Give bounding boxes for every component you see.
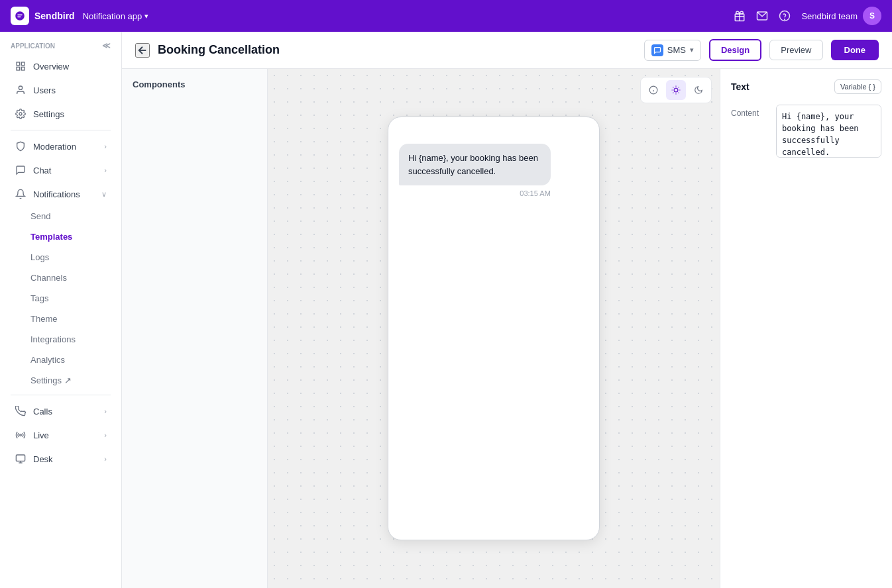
components-panel: Components (122, 69, 268, 588)
notifications-icon (15, 189, 27, 199)
chat-icon (15, 165, 27, 175)
settings-icon (15, 109, 27, 119)
sidebar-sub-tags[interactable]: Tags (4, 289, 117, 308)
sms-channel-icon (651, 44, 663, 56)
svg-point-11 (19, 113, 22, 115)
sms-message-bubble: Hi {name}, your booking has been success… (399, 144, 551, 185)
content-area: Booking Cancellation SMS ▾ Design Previe… (122, 32, 892, 588)
sidebar-item-live-label: Live (33, 430, 97, 440)
svg-rect-13 (16, 455, 25, 461)
sidebar-item-moderation-label: Moderation (33, 142, 97, 152)
svg-line-27 (673, 93, 673, 93)
channel-chevron-icon: ▾ (690, 46, 694, 54)
svg-rect-8 (21, 67, 25, 70)
svg-point-20 (674, 88, 678, 92)
sidebar-item-users-label: Users (33, 85, 107, 95)
sidebar-item-settings[interactable]: Settings (4, 103, 117, 125)
sub-header: Booking Cancellation SMS ▾ Design Previe… (122, 32, 892, 69)
svg-line-28 (679, 87, 679, 87)
notifications-chevron-icon: ∨ (101, 190, 107, 199)
calls-icon (15, 406, 27, 416)
sidebar-item-live[interactable]: Live › (4, 424, 117, 446)
page-title: Booking Cancellation (158, 43, 280, 57)
dark-mode-tool-button[interactable] (689, 80, 708, 100)
sidebar-sub-templates[interactable]: Templates (4, 227, 117, 246)
done-button[interactable]: Done (831, 40, 879, 60)
chat-chevron-icon: › (104, 166, 107, 174)
sidebar-item-desk[interactable]: Desk › (4, 448, 117, 470)
brand-name: Sendbird (34, 11, 75, 21)
preview-button[interactable]: Preview (769, 40, 822, 60)
sidebar-item-notifications-label: Notifications (33, 189, 95, 199)
app-selector[interactable]: Notification app ▾ (83, 11, 149, 21)
properties-header: Text Variable { } (731, 79, 881, 94)
canvas-area[interactable]: Hi {name}, your booking has been success… (268, 69, 720, 588)
users-icon (15, 85, 27, 95)
sms-timestamp: 03:15 AM (399, 189, 551, 197)
properties-title: Text (731, 81, 750, 92)
sidebar-sub-integrations[interactable]: Integrations (4, 330, 117, 349)
svg-point-12 (20, 434, 22, 436)
content-label: Content (731, 105, 771, 158)
sidebar-item-settings-label: Settings (33, 109, 107, 119)
brand: Sendbird (11, 7, 75, 25)
gift-icon[interactable] (734, 10, 746, 22)
user-menu[interactable]: Sendbird team S (801, 7, 881, 25)
overview-icon (15, 61, 27, 72)
sidebar-item-notifications[interactable]: Notifications ∨ (4, 183, 117, 205)
sidebar-sub-theme[interactable]: Theme (4, 309, 117, 328)
sidebar-item-calls[interactable]: Calls › (4, 400, 117, 422)
sidebar-sub-settings[interactable]: Settings ↗ (4, 371, 117, 390)
sidebar-collapse-btn[interactable]: ≪ (102, 41, 111, 50)
components-title: Components (133, 79, 256, 89)
content-textarea[interactable]: Hi {name}, your booking has been success… (776, 105, 881, 158)
sidebar-item-users[interactable]: Users (4, 79, 117, 101)
sidebar-sub-logs[interactable]: Logs (4, 248, 117, 267)
design-button[interactable]: Design (709, 39, 761, 61)
sidebar-sub-send[interactable]: Send (4, 207, 117, 226)
moderation-chevron-icon: › (104, 142, 107, 150)
nav-icons: Sendbird team S (734, 7, 881, 25)
sidebar-sub-channels[interactable]: Channels (4, 268, 117, 287)
moderation-icon (15, 141, 27, 152)
content-property-row: Content Hi {name}, your booking has been… (731, 105, 881, 158)
editor-area: Components Hi {name}, your booking (122, 69, 892, 588)
svg-rect-9 (17, 67, 20, 70)
channel-label: SMS (667, 45, 686, 55)
sidebar-item-chat[interactable]: Chat › (4, 159, 117, 181)
canvas-toolbar (640, 77, 712, 103)
sidebar: APPLICATION ≪ Overview Users Settings (0, 32, 122, 588)
live-icon (15, 430, 27, 440)
light-mode-tool-button[interactable] (666, 80, 686, 100)
help-icon[interactable] (779, 10, 791, 22)
live-chevron-icon: › (104, 431, 107, 439)
sidebar-item-calls-label: Calls (33, 407, 97, 416)
sidebar-item-desk-label: Desk (33, 454, 97, 464)
phone-mockup: Hi {name}, your booking has been success… (388, 117, 600, 540)
sidebar-section-label: APPLICATION ≪ (0, 32, 121, 54)
top-nav: Sendbird Notification app ▾ Sendbird tea… (0, 0, 892, 32)
desk-icon (15, 454, 27, 464)
calls-chevron-icon: › (104, 407, 107, 415)
svg-rect-7 (21, 62, 25, 66)
mail-icon[interactable] (756, 10, 768, 22)
back-button[interactable] (135, 43, 150, 58)
sidebar-item-moderation[interactable]: Moderation › (4, 135, 117, 158)
sidebar-sub-analytics[interactable]: Analytics (4, 350, 117, 369)
svg-line-23 (673, 87, 673, 87)
desk-chevron-icon: › (104, 455, 107, 463)
sidebar-item-chat-label: Chat (33, 166, 97, 175)
user-name: Sendbird team (801, 11, 858, 21)
sidebar-item-overview[interactable]: Overview (4, 55, 117, 77)
user-avatar: S (863, 7, 881, 25)
channel-selector[interactable]: SMS ▾ (644, 40, 701, 61)
svg-rect-6 (17, 62, 20, 66)
sidebar-item-overview-label: Overview (33, 62, 107, 72)
sendbird-logo (11, 7, 29, 25)
info-tool-button[interactable] (643, 80, 663, 100)
properties-panel: Text Variable { } Content Hi {name}, you… (720, 69, 892, 588)
svg-point-5 (785, 19, 785, 20)
svg-line-24 (679, 93, 679, 93)
variable-button[interactable]: Variable { } (834, 79, 881, 94)
app-chevron-icon: ▾ (144, 12, 148, 21)
